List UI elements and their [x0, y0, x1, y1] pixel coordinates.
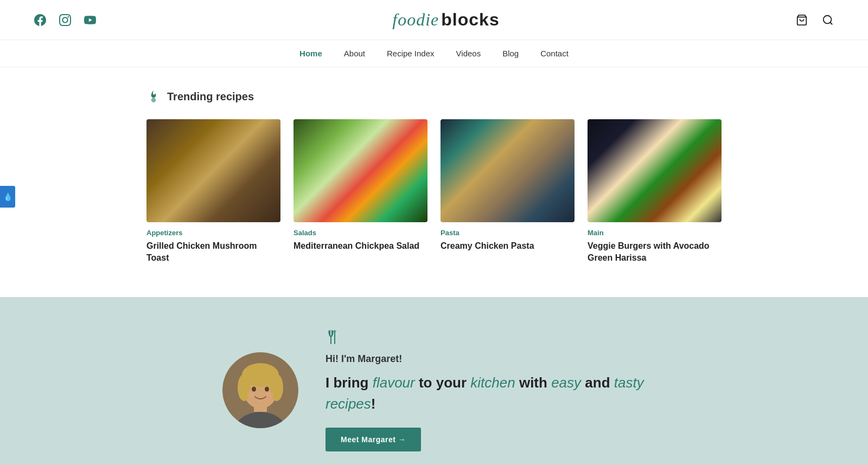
social-icons — [33, 12, 98, 28]
cart-icon[interactable] — [794, 12, 809, 28]
logo-blocks: blocks — [441, 10, 499, 30]
recipe-card-0[interactable]: Appetizers Grilled Chicken Mushroom Toas… — [146, 119, 280, 264]
meet-margaret-button[interactable]: Meet Margaret → — [326, 428, 421, 451]
side-widget-icon: 💧 — [3, 192, 12, 202]
tagline-plain3: with — [519, 374, 547, 391]
youtube-icon[interactable] — [82, 12, 98, 28]
recipe-image-3 — [588, 119, 722, 222]
recipe-card-3[interactable]: Main Veggie Burgers with Avocado Green H… — [588, 119, 722, 264]
search-icon[interactable] — [820, 12, 835, 28]
svg-point-12 — [247, 392, 254, 397]
about-text: Hi! I'm Margaret! I bring flavour to you… — [326, 330, 646, 451]
nav-about[interactable]: About — [344, 49, 365, 58]
tagline-plain2: to your — [419, 374, 467, 391]
tagline-italic1: flavour — [373, 374, 415, 391]
main-nav: Home About Recipe Index Videos Blog Cont… — [0, 40, 868, 67]
svg-point-11 — [265, 387, 269, 392]
recipe-name-2: Creamy Chicken Pasta — [441, 240, 575, 252]
flame-icon — [146, 89, 162, 104]
recipe-name-0: Grilled Chicken Mushroom Toast — [146, 240, 280, 264]
side-widget[interactable]: 💧 — [0, 186, 15, 208]
about-section: Hi! I'm Margaret! I bring flavour to you… — [0, 297, 868, 465]
recipe-category-3: Main — [588, 229, 722, 237]
instagram-icon[interactable] — [58, 12, 73, 28]
recipe-image-2 — [441, 119, 575, 222]
nav-contact[interactable]: Contact — [540, 49, 569, 58]
header-right — [794, 12, 835, 28]
recipe-category-1: Salads — [293, 229, 427, 237]
tagline-italic3: easy — [551, 374, 581, 391]
trending-title: Trending recipes — [167, 91, 254, 103]
tagline-plain4: and — [585, 374, 610, 391]
nav-recipe-index[interactable]: Recipe Index — [387, 49, 435, 58]
tagline-end: ! — [371, 396, 376, 412]
hi-text: Hi! I'm Margaret! — [326, 353, 646, 365]
svg-line-2 — [830, 22, 832, 24]
tagline-plain1: I bring — [326, 374, 368, 391]
nav-home[interactable]: Home — [299, 49, 322, 58]
nav-blog[interactable]: Blog — [502, 49, 519, 58]
recipe-name-1: Mediterranean Chickpea Salad — [293, 240, 427, 252]
svg-point-13 — [266, 392, 274, 397]
recipe-image-0 — [146, 119, 280, 222]
recipe-card-1[interactable]: Salads Mediterranean Chickpea Salad — [293, 119, 427, 264]
tagline: I bring flavour to your kitchen with eas… — [326, 372, 646, 415]
main-content: Trending recipes Appetizers Grilled Chic… — [136, 67, 732, 297]
top-bar: foodie blocks — [0, 0, 868, 40]
logo[interactable]: foodie blocks — [392, 10, 499, 30]
recipe-grid: Appetizers Grilled Chicken Mushroom Toas… — [146, 119, 722, 264]
svg-point-8 — [238, 374, 251, 401]
recipe-name-3: Veggie Burgers with Avocado Green Hariss… — [588, 240, 722, 264]
recipe-category-2: Pasta — [441, 229, 575, 237]
tagline-italic2: kitchen — [470, 374, 515, 391]
utensils-icon — [326, 330, 646, 348]
about-inner: Hi! I'm Margaret! I bring flavour to you… — [190, 330, 678, 451]
facebook-icon[interactable] — [33, 12, 48, 28]
logo-foodie: foodie — [392, 10, 439, 30]
svg-point-10 — [252, 387, 256, 392]
trending-header: Trending recipes — [146, 89, 722, 104]
svg-point-1 — [824, 15, 832, 23]
recipe-image-1 — [293, 119, 427, 222]
nav-videos[interactable]: Videos — [456, 49, 481, 58]
svg-point-9 — [270, 374, 283, 401]
avatar — [222, 352, 298, 428]
recipe-card-2[interactable]: Pasta Creamy Chicken Pasta — [441, 119, 575, 264]
recipe-category-0: Appetizers — [146, 229, 280, 237]
